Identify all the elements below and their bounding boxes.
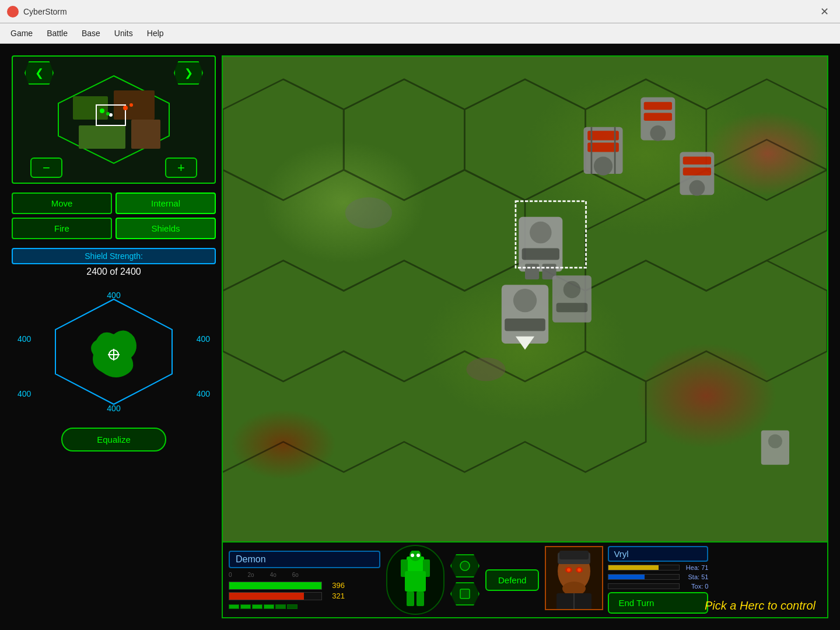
hea-bar — [608, 565, 680, 570]
status-message: Pick a Herc to control — [705, 599, 816, 612]
friendly-unit-group-2 — [502, 285, 548, 349]
menu-base[interactable]: Base — [76, 26, 106, 40]
svg-point-44 — [466, 358, 505, 381]
zoom-controls: − + — [13, 158, 215, 178]
dir-right-bot-label: 400 — [197, 389, 210, 398]
svg-point-52 — [411, 554, 414, 557]
shield-value: 2400 of 2400 — [12, 267, 216, 277]
internal-button[interactable]: Internal — [116, 192, 216, 214]
svg-point-53 — [416, 554, 420, 557]
direction-hex: 400 400 400 400 400 400 — [12, 288, 216, 416]
menu-battle[interactable]: Battle — [41, 26, 74, 40]
svg-rect-26 — [683, 157, 711, 164]
move-button[interactable]: Move — [12, 192, 112, 214]
zoom-out-button[interactable]: − — [30, 158, 62, 178]
nav-arrows: ❮ ❯ — [13, 61, 215, 85]
svg-rect-22 — [644, 102, 672, 110]
dir-left-bot-label: 400 — [18, 389, 31, 398]
direction-hex-svg — [50, 293, 178, 410]
tox-bar — [608, 583, 680, 589]
svg-rect-55 — [460, 589, 470, 598]
svg-point-42 — [768, 434, 782, 448]
shields-button[interactable]: Shields — [116, 218, 216, 239]
char-name: Vryl — [608, 546, 708, 562]
nav-forward-button[interactable]: ❯ — [174, 61, 203, 85]
shield-section: Shield Strength: 2400 of 2400 — [12, 248, 216, 282]
end-turn-button[interactable]: End Turn — [608, 592, 708, 614]
sta-label: Sta: 51 — [682, 573, 708, 580]
dir-right-top-label: 400 — [197, 334, 210, 344]
sta-bar — [608, 574, 680, 580]
secondary-bar-row: 321 — [229, 592, 380, 600]
svg-point-39 — [564, 281, 580, 298]
char-portrait — [545, 546, 603, 610]
svg-rect-63 — [559, 551, 589, 559]
action-icon-buttons — [450, 554, 480, 606]
title-text: CyberStorm — [23, 7, 816, 16]
svg-point-43 — [345, 197, 392, 229]
main-map[interactable]: Demon 0 2o 4o 6o 396 — [222, 55, 828, 618]
secondary-bar — [229, 592, 322, 600]
action-icon-2[interactable] — [450, 582, 480, 606]
unit-figure-svg — [392, 551, 439, 609]
equalize-button[interactable]: Equalize — [61, 428, 166, 452]
svg-rect-1 — [73, 96, 108, 120]
dir-left-top-label: 400 — [18, 334, 31, 344]
close-button[interactable]: ✕ — [816, 3, 833, 20]
bar-scale: 0 2o 4o 6o — [229, 572, 380, 578]
zoom-in-button[interactable]: + — [165, 158, 197, 178]
defend-button[interactable]: Defend — [485, 569, 539, 591]
minimap-hex-svg — [55, 73, 172, 166]
secondary-value: 321 — [324, 592, 345, 600]
svg-rect-31 — [522, 248, 559, 260]
char-stats: Vryl Hea: 71 Sta: 51 — [608, 546, 708, 614]
health-bar-row: 396 — [229, 581, 380, 590]
tox-label: Tox: 0 — [682, 583, 708, 590]
action2-icon — [458, 587, 472, 601]
svg-rect-50 — [407, 592, 414, 606]
tox-stat-row: Tox: 0 — [608, 583, 708, 590]
menu-bar: Game Battle Base Units Help — [0, 23, 840, 44]
svg-point-8 — [106, 112, 110, 116]
sta-stat-row: Sta: 51 — [608, 573, 708, 580]
unit-info-left: Demon 0 2o 4o 6o 396 — [229, 551, 380, 609]
svg-rect-49 — [405, 571, 426, 592]
unit-figure-display — [386, 545, 444, 615]
svg-point-60 — [567, 568, 570, 572]
svg-rect-32 — [525, 264, 539, 279]
minimap-container: ❮ ❯ − + — [12, 55, 216, 184]
svg-point-24 — [650, 125, 666, 141]
menu-game[interactable]: Game — [5, 26, 38, 40]
action-icon-1[interactable] — [450, 554, 480, 578]
svg-point-30 — [530, 222, 552, 244]
svg-rect-51 — [416, 592, 424, 606]
hea-label: Hea: 71 — [682, 564, 708, 571]
title-bar: CyberStorm ✕ — [0, 0, 840, 23]
health-value: 396 — [324, 581, 345, 590]
action-buttons: Move Internal Fire Shields — [12, 192, 216, 239]
fire-button[interactable]: Fire — [12, 218, 112, 239]
character-panel: Vryl Hea: 71 Sta: 51 — [545, 546, 708, 614]
health-bar — [229, 582, 322, 590]
enemy-unit-group — [584, 127, 623, 176]
distant-unit — [761, 430, 789, 465]
svg-rect-27 — [683, 167, 711, 175]
nav-back-button[interactable]: ❮ — [24, 61, 54, 85]
svg-point-7 — [100, 108, 104, 113]
menu-units[interactable]: Units — [108, 26, 139, 40]
enemy-unit-group-2 — [640, 97, 675, 141]
svg-rect-3 — [79, 125, 125, 149]
hex-direction-display — [50, 293, 178, 410]
game-area: ❮ ❯ − + — [0, 44, 840, 630]
portrait-svg — [548, 548, 600, 609]
menu-help[interactable]: Help — [141, 26, 170, 40]
svg-point-9 — [123, 106, 128, 110]
app-icon — [7, 6, 19, 18]
svg-point-10 — [130, 103, 133, 107]
friendly-unit-group — [519, 217, 562, 279]
svg-point-18 — [594, 157, 612, 176]
svg-rect-40 — [556, 303, 588, 312]
svg-point-54 — [460, 561, 470, 570]
units-overlay — [223, 57, 827, 541]
svg-point-28 — [689, 180, 705, 196]
